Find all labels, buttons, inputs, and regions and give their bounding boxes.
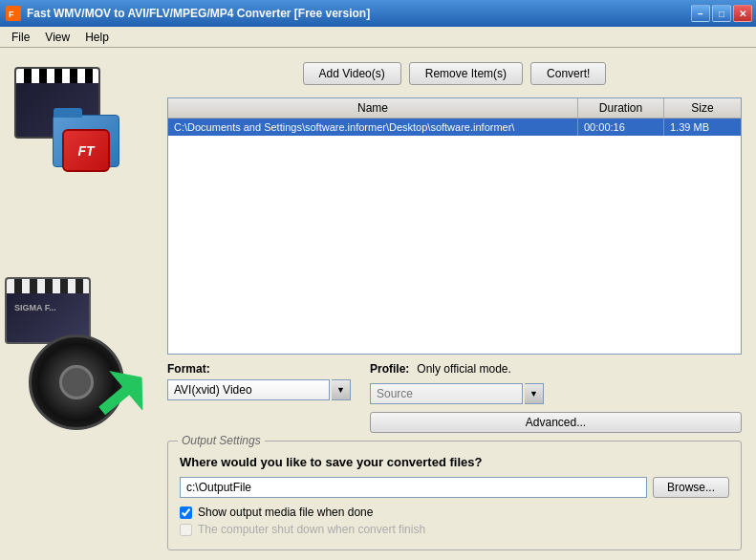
main-content: FT SIGMA F... Add Video(s) Remove Item(s… (0, 48, 756, 560)
bottom-graphic: SIGMA F... (5, 277, 153, 430)
close-button[interactable]: ✕ (733, 5, 752, 22)
file-list-header: Name Duration Size (168, 98, 741, 118)
top-graphic: FT (5, 57, 129, 182)
file-list: Name Duration Size C:\Documents and Sett… (167, 97, 742, 355)
format-profile-row: Format: AVI(xvid) Video ▼ Profile: Only … (167, 362, 742, 433)
file-list-body[interactable]: C:\Documents and Settings\software.infor… (168, 118, 741, 349)
title-bar-left: F Fast WMV/MOV to AVI/FLV/MPEG/MP4 Conve… (6, 6, 370, 21)
file-size-cell: 1.39 MB (664, 118, 741, 136)
profile-top: Profile: Only official mode. (370, 362, 742, 376)
format-label: Format: (167, 362, 351, 376)
column-size: Size (664, 98, 741, 118)
title-controls: − □ ✕ (691, 5, 752, 22)
menu-bar: File View Help (0, 27, 756, 48)
right-panel: Add Video(s) Remove Item(s) Convert! Nam… (167, 48, 756, 560)
column-duration: Duration (578, 98, 664, 118)
profile-value: Only official mode. (417, 362, 511, 376)
red-badge: FT (62, 129, 110, 172)
app-icon: F (6, 6, 21, 21)
checkbox-show-output-row: Show output media file when done (180, 506, 729, 519)
output-path-input[interactable] (180, 477, 647, 498)
minimize-button[interactable]: − (691, 5, 710, 22)
source-input[interactable] (370, 383, 523, 404)
title-bar: F Fast WMV/MOV to AVI/FLV/MPEG/MP4 Conve… (0, 0, 756, 27)
show-output-checkbox[interactable] (180, 506, 192, 519)
format-section: Format: AVI(xvid) Video ▼ (167, 362, 351, 400)
convert-button[interactable]: Convert! (530, 62, 606, 85)
advanced-button[interactable]: Advanced... (370, 412, 742, 433)
shutdown-label: The computer shut down when convert fini… (198, 523, 425, 536)
menu-file[interactable]: File (4, 29, 37, 46)
column-name: Name (168, 98, 578, 118)
film-reel (29, 334, 124, 430)
profile-section: Profile: Only official mode. ▼ Advanced.… (370, 362, 742, 433)
source-dropdown-arrow[interactable]: ▼ (525, 383, 544, 404)
file-duration-cell: 00:00:16 (578, 118, 664, 136)
profile-label: Profile: (370, 362, 409, 376)
table-row[interactable]: C:\Documents and Settings\software.infor… (168, 118, 741, 136)
add-videos-button[interactable]: Add Video(s) (303, 62, 401, 85)
browse-button[interactable]: Browse... (653, 477, 729, 498)
menu-view[interactable]: View (37, 29, 77, 46)
remove-items-button[interactable]: Remove Item(s) (409, 62, 523, 85)
shutdown-checkbox[interactable] (180, 524, 192, 536)
format-dropdown-arrow[interactable]: ▼ (332, 379, 351, 400)
output-settings-legend: Output Settings (178, 434, 265, 447)
output-path-row: Browse... (180, 477, 729, 498)
show-output-label: Show output media file when done (198, 506, 373, 519)
output-question: Where would you like to save your conver… (180, 455, 729, 469)
format-select-wrap: AVI(xvid) Video ▼ (167, 379, 351, 400)
output-settings: Output Settings Where would you like to … (167, 441, 742, 550)
sigma-text: SIGMA F... (14, 303, 56, 312)
source-select-wrap: ▼ (370, 383, 742, 404)
svg-text:F: F (9, 10, 14, 19)
window-title: Fast WMV/MOV to AVI/FLV/MPEG/MP4 Convert… (27, 7, 370, 20)
toolbar: Add Video(s) Remove Item(s) Convert! (167, 57, 742, 90)
format-dropdown[interactable]: AVI(xvid) Video (167, 379, 330, 400)
left-panel: FT SIGMA F... (0, 48, 167, 560)
menu-help[interactable]: Help (77, 29, 117, 46)
maximize-button[interactable]: □ (712, 5, 731, 22)
file-name-cell: C:\Documents and Settings\software.infor… (168, 118, 578, 136)
checkbox-shutdown-row: The computer shut down when convert fini… (180, 523, 729, 536)
